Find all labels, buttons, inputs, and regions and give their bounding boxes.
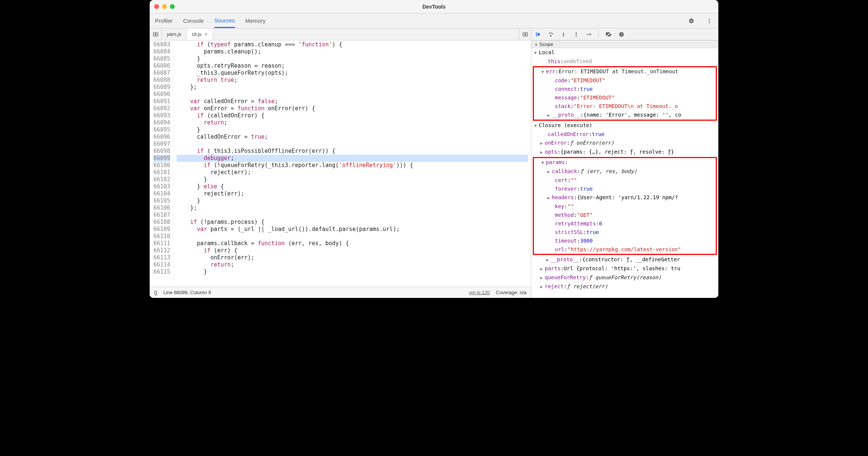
scope-this[interactable]: this: undefined	[533, 57, 717, 66]
scope-params-retryattempts[interactable]: retryAttempts: 0	[534, 219, 716, 228]
svg-point-14	[587, 34, 588, 35]
title-bar: DevTools	[150, 0, 718, 13]
svg-marker-8	[538, 32, 541, 36]
scope-parts[interactable]: ▶parts: Url {protocol: 'https:', slashes…	[533, 264, 717, 273]
scope-params-strictssl[interactable]: strictSSL: true	[534, 228, 716, 237]
scope-closure[interactable]: ▼Closure (execute)	[533, 121, 717, 130]
close-icon[interactable]: ×	[205, 31, 208, 37]
scope-params-headers[interactable]: ▶headers: {User-Agent: 'yarn/1.22.19 npm…	[534, 193, 716, 202]
close-window-button[interactable]	[154, 4, 159, 9]
more-icon[interactable]	[706, 17, 713, 25]
svg-point-17	[619, 32, 624, 37]
scope-err-code[interactable]: code: "ETIMEDOUT"	[534, 76, 716, 85]
scope-queueforretry[interactable]: ▶queueForRetry: ƒ queueForRetry(reason)	[533, 273, 717, 282]
line-gutter: 6608366084660856608666087660886608966090…	[150, 40, 174, 287]
tab-profiler[interactable]: Profiler	[155, 13, 173, 28]
code-content: if (typeof params.cleanup === 'function'…	[174, 40, 531, 287]
scope-params-callback[interactable]: ▶callback: ƒ (err, res, body)	[534, 167, 716, 176]
svg-marker-15	[590, 33, 592, 35]
scope-params[interactable]: ▼params:	[534, 158, 716, 167]
scope-tree[interactable]: ▼Local this: undefined ▼err: Error: ETIM…	[531, 48, 718, 298]
file-tabs: yarn.js cli.js ×	[150, 28, 531, 40]
svg-point-0	[709, 19, 710, 20]
svg-point-1	[709, 20, 710, 21]
svg-marker-13	[575, 32, 577, 33]
scope-opts[interactable]: ▶opts: {params: {…}, reject: ƒ, resolve:…	[533, 148, 717, 157]
cursor-position: Line 66099, Column 9	[163, 290, 211, 295]
step-into-icon[interactable]	[560, 31, 567, 38]
scope-local[interactable]: ▼Local	[533, 48, 717, 57]
devtools-window: DevTools Profiler Console Sources Memory…	[150, 0, 718, 298]
scope-err-connect[interactable]: connect: true	[534, 85, 716, 93]
scope-reject[interactable]: ▶reject: ƒ reject(err)	[533, 282, 717, 291]
deactivate-breakpoints-icon[interactable]	[605, 31, 612, 38]
debugger-pane: ▼ Scope ▼Local this: undefined ▼err: Err…	[531, 28, 718, 298]
coverage-status: Coverage: n/a	[496, 290, 526, 295]
scope-params-timeout[interactable]: timeout: 3000	[534, 237, 716, 245]
step-over-icon[interactable]	[547, 31, 554, 38]
highlight-err-box: ▼err: Error: ETIMEDOUT at Timeout._onTim…	[533, 66, 717, 121]
svg-marker-11	[562, 34, 564, 36]
file-tab-yarn[interactable]: yarn.js	[162, 28, 187, 40]
svg-rect-7	[536, 32, 537, 36]
debug-toolbar	[531, 28, 718, 40]
snippets-toggle-icon[interactable]	[519, 28, 531, 40]
main-tabs: Profiler Console Sources Memory	[150, 13, 718, 28]
tab-sources[interactable]: Sources	[214, 13, 235, 28]
step-out-icon[interactable]	[572, 31, 580, 38]
scope-params-method[interactable]: method: "GET"	[534, 211, 716, 219]
scope-params-key[interactable]: key: ""	[534, 202, 716, 211]
brackets-icon[interactable]: {}	[154, 290, 158, 295]
scope-err-stack[interactable]: stack: "Error: ETIMEDOUT\n at Timeout._o	[534, 102, 716, 111]
code-editor[interactable]: 6608366084660856608666087660886608966090…	[150, 40, 531, 287]
navigator-toggle-icon[interactable]	[150, 28, 162, 40]
scope-calledonerror[interactable]: calledOnError: true	[533, 130, 717, 139]
scope-err-proto[interactable]: ▶__proto__: {name: 'Error', message: '',…	[534, 111, 716, 120]
file-tab-label: cli.js	[192, 31, 201, 37]
editor-statusbar: {} Line 66099, Column 9 vm.js:120 Covera…	[150, 287, 531, 298]
window-controls	[154, 4, 175, 9]
scope-params-url[interactable]: url: "https://yarnpkg.com/latest-version…	[534, 245, 716, 254]
scope-params-forever[interactable]: forever: true	[534, 185, 716, 193]
svg-rect-19	[622, 33, 622, 35]
panes: yarn.js cli.js × 66083660846608566086660…	[150, 28, 718, 298]
pause-exceptions-icon[interactable]	[618, 31, 625, 38]
svg-point-9	[550, 35, 551, 36]
minimize-window-button[interactable]	[162, 4, 167, 9]
scope-params-cert[interactable]: cert: ""	[534, 176, 716, 185]
step-icon[interactable]	[585, 31, 593, 38]
scope-onerror[interactable]: ▶onError: ƒ onError(err)	[533, 139, 717, 148]
file-tab-label: yarn.js	[167, 31, 181, 37]
svg-point-2	[709, 22, 710, 23]
source-pane: yarn.js cli.js × 66083660846608566086660…	[150, 28, 531, 298]
scope-err-message[interactable]: message: "ETIMEDOUT"	[534, 93, 716, 102]
tab-console[interactable]: Console	[183, 13, 204, 28]
svg-rect-18	[621, 33, 621, 35]
svg-point-12	[576, 36, 577, 37]
scope-section-header[interactable]: ▼ Scope	[531, 40, 718, 48]
resume-icon[interactable]	[534, 31, 542, 38]
scope-proto2[interactable]: ▶__proto__: {constructor: ƒ, __defineGet…	[533, 255, 717, 264]
highlight-params-box: ▼params: ▶callback: ƒ (err, res, body) c…	[533, 157, 717, 255]
svg-marker-6	[524, 34, 526, 35]
maximize-window-button[interactable]	[170, 4, 175, 9]
file-tab-cli[interactable]: cli.js ×	[187, 28, 213, 40]
window-title: DevTools	[150, 4, 718, 10]
svg-marker-4	[155, 34, 156, 35]
svg-point-10	[563, 36, 564, 37]
tab-memory[interactable]: Memory	[245, 13, 266, 28]
scope-err[interactable]: ▼err: Error: ETIMEDOUT at Timeout._onTim…	[534, 67, 716, 76]
settings-icon[interactable]	[688, 17, 695, 25]
vm-link[interactable]: vm.js:120	[469, 290, 490, 295]
